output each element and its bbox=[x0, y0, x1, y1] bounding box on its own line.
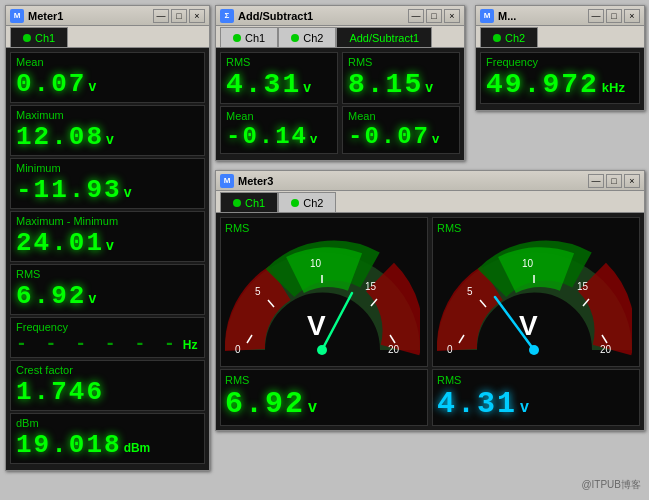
meter1-content: Mean 0.07 v Maximum 12.08 v Minimum -11.… bbox=[6, 48, 209, 470]
meter1-icon: M bbox=[10, 9, 24, 23]
tab-dot bbox=[23, 34, 31, 42]
addsubtract-tabbar: Ch1 Ch2 Add/Subtract1 bbox=[216, 26, 464, 48]
svg-text:10: 10 bbox=[522, 258, 534, 269]
addsubtract-window: Σ Add/Subtract1 — □ × Ch1 Ch2 Add/Subtra… bbox=[215, 5, 465, 161]
svg-point-25 bbox=[529, 345, 539, 355]
ch2-mean-row: Mean -0.14 v bbox=[220, 106, 338, 154]
addsubtract-title: Σ Add/Subtract1 bbox=[220, 9, 313, 23]
addsubtract-icon: Σ bbox=[220, 9, 234, 23]
meter1-minimize[interactable]: — bbox=[153, 9, 169, 23]
m-window: M M... — □ × Ch2 Frequency 49.972 kHz bbox=[475, 5, 645, 111]
meter3-controls: — □ × bbox=[588, 174, 640, 188]
m-tabbar: Ch2 bbox=[476, 26, 644, 48]
tab-dot bbox=[291, 199, 299, 207]
svg-text:0: 0 bbox=[447, 344, 453, 355]
svg-text:5: 5 bbox=[255, 286, 261, 297]
addsubtract-controls: — □ × bbox=[408, 9, 460, 23]
m-freq-row: Frequency 49.972 kHz bbox=[480, 52, 640, 104]
svg-text:V: V bbox=[519, 310, 538, 341]
svg-text:5: 5 bbox=[467, 286, 473, 297]
mean-value: 0.07 v bbox=[16, 69, 199, 99]
svg-text:15: 15 bbox=[577, 281, 589, 292]
meter1-close[interactable]: × bbox=[189, 9, 205, 23]
meter1-titlebar[interactable]: M Meter1 — □ × bbox=[6, 6, 209, 26]
addsubtract-maximize[interactable]: □ bbox=[426, 9, 442, 23]
rms-row: RMS 6.92 v bbox=[10, 264, 205, 315]
meter3-tab-ch1[interactable]: Ch1 bbox=[220, 192, 278, 212]
tab-dot bbox=[493, 34, 501, 42]
crest-value: 1.746 bbox=[16, 377, 199, 407]
addsubtract-tab-main[interactable]: Add/Subtract1 bbox=[336, 27, 432, 47]
tab-dot bbox=[233, 34, 241, 42]
sum-mean-row: Mean -0.07 v bbox=[342, 106, 460, 154]
maximum-value: 12.08 v bbox=[16, 122, 199, 152]
m-maximize[interactable]: □ bbox=[606, 9, 622, 23]
m-title: M M... bbox=[480, 9, 516, 23]
tab-dot bbox=[291, 34, 299, 42]
rms-value: 6.92 v bbox=[16, 281, 199, 311]
meter1-maximize[interactable]: □ bbox=[171, 9, 187, 23]
gauge1-svg: 0 5 10 15 20 V bbox=[225, 235, 420, 360]
m-icon: M bbox=[480, 9, 494, 23]
meter3-title: M Meter3 bbox=[220, 174, 273, 188]
meter1-tabbar: Ch1 bbox=[6, 26, 209, 48]
ch2-rms-row: RMS 4.31 v bbox=[220, 52, 338, 104]
svg-text:20: 20 bbox=[600, 344, 612, 355]
meter1-controls: — □ × bbox=[153, 9, 205, 23]
meter3-maximize[interactable]: □ bbox=[606, 174, 622, 188]
meter1-window: M Meter1 — □ × Ch1 Mean 0.07 v Maximum 1… bbox=[5, 5, 210, 471]
meter3-content: RMS 0 5 bbox=[216, 213, 644, 430]
meter3-titlebar[interactable]: M Meter3 — □ × bbox=[216, 171, 644, 191]
svg-text:V: V bbox=[307, 310, 326, 341]
crest-row: Crest factor 1.746 bbox=[10, 360, 205, 411]
maximum-row: Maximum 12.08 v bbox=[10, 105, 205, 156]
gauge1-value-panel: RMS 6.92 v bbox=[220, 369, 428, 426]
dbm-row: dBm 19.018 dBm bbox=[10, 413, 205, 464]
freq-value: - - - - - - Hz bbox=[16, 334, 199, 354]
minimum-row: Minimum -11.93 v bbox=[10, 158, 205, 209]
addsubtract-tab-ch2[interactable]: Ch2 bbox=[278, 27, 336, 47]
gauge2-svg: 0 5 10 15 20 V bbox=[437, 235, 632, 360]
m-titlebar[interactable]: M M... — □ × bbox=[476, 6, 644, 26]
meter3-icon: M bbox=[220, 174, 234, 188]
meter3-values: RMS 6.92 v RMS 4.31 v bbox=[220, 369, 640, 426]
svg-line-11 bbox=[322, 293, 352, 350]
meter3-gauges: RMS 0 5 bbox=[220, 217, 640, 367]
addsubtract-cols: RMS 4.31 v Mean -0.14 v RMS bbox=[220, 52, 460, 156]
tab-dot bbox=[233, 199, 241, 207]
maxmin-value: 24.01 v bbox=[16, 228, 199, 258]
meter3-tab-ch2[interactable]: Ch2 bbox=[278, 192, 336, 212]
m-close[interactable]: × bbox=[624, 9, 640, 23]
gauge2-value-panel: RMS 4.31 v bbox=[432, 369, 640, 426]
m-tab-ch2[interactable]: Ch2 bbox=[480, 27, 538, 47]
svg-text:15: 15 bbox=[365, 281, 377, 292]
svg-text:20: 20 bbox=[388, 344, 400, 355]
mean-row: Mean 0.07 v bbox=[10, 52, 205, 103]
addsubtract-col1: RMS 4.31 v Mean -0.14 v bbox=[220, 52, 338, 156]
svg-text:10: 10 bbox=[310, 258, 322, 269]
sum-rms-row: RMS 8.15 v bbox=[342, 52, 460, 104]
meter3-close[interactable]: × bbox=[624, 174, 640, 188]
m-content: Frequency 49.972 kHz bbox=[476, 48, 644, 110]
addsubtract-tab-ch1[interactable]: Ch1 bbox=[220, 27, 278, 47]
meter1-title: M Meter1 bbox=[10, 9, 63, 23]
m-minimize[interactable]: — bbox=[588, 9, 604, 23]
svg-text:0: 0 bbox=[235, 344, 241, 355]
minimum-value: -11.93 v bbox=[16, 175, 199, 205]
addsubtract-minimize[interactable]: — bbox=[408, 9, 424, 23]
freq-row: Frequency - - - - - - Hz bbox=[10, 317, 205, 358]
svg-point-12 bbox=[317, 345, 327, 355]
dbm-value: 19.018 dBm bbox=[16, 430, 199, 460]
meter3-window: M Meter3 — □ × Ch1 Ch2 RMS bbox=[215, 170, 645, 431]
m-freq-value: 49.972 kHz bbox=[486, 69, 634, 100]
meter3-minimize[interactable]: — bbox=[588, 174, 604, 188]
maxmin-row: Maximum - Minimum 24.01 v bbox=[10, 211, 205, 262]
addsubtract-titlebar[interactable]: Σ Add/Subtract1 — □ × bbox=[216, 6, 464, 26]
addsubtract-close[interactable]: × bbox=[444, 9, 460, 23]
gauge2-panel: RMS 0 5 10 15 bbox=[432, 217, 640, 367]
meter1-tab-ch1[interactable]: Ch1 bbox=[10, 27, 68, 47]
addsubtract-content: RMS 4.31 v Mean -0.14 v RMS bbox=[216, 48, 464, 160]
gauge1-panel: RMS 0 5 bbox=[220, 217, 428, 367]
addsubtract-col2: RMS 8.15 v Mean -0.07 v bbox=[342, 52, 460, 156]
watermark: @ITPUB博客 bbox=[581, 478, 641, 492]
